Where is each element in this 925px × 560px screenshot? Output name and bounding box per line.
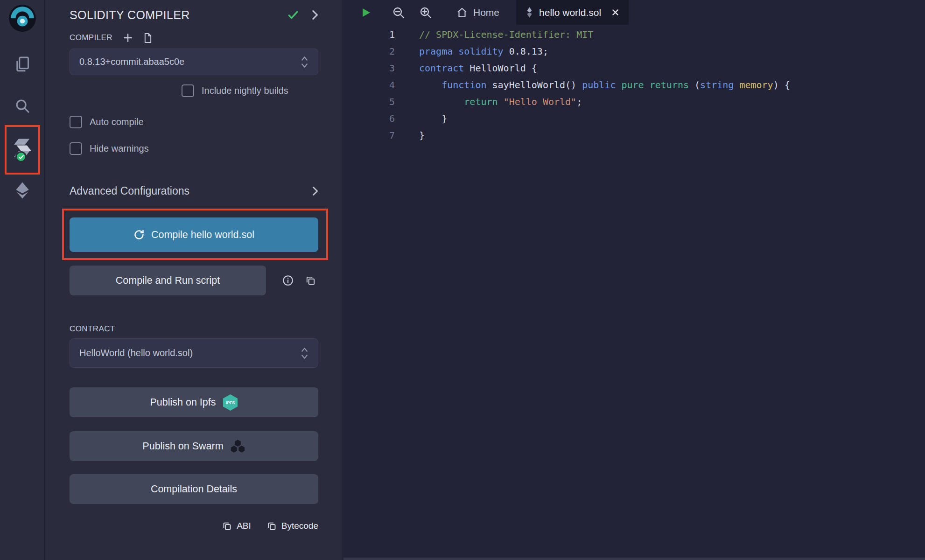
select-caret-icon xyxy=(301,346,308,360)
compiler-section-label: COMPILER xyxy=(70,33,112,42)
solidity-compiler-panel: SOLIDITY COMPILER COMPILER 0.8.13+comm xyxy=(45,0,343,560)
solidity-file-icon xyxy=(526,7,533,18)
editor-tab-strip: Home hello world.sol xyxy=(343,0,925,25)
publish-ipfs-label: Publish on Ipfs xyxy=(150,397,216,408)
code-line[interactable]: 6 } xyxy=(343,110,925,127)
abi-label: ABI xyxy=(237,521,251,531)
line-number: 2 xyxy=(343,43,395,60)
info-icon[interactable] xyxy=(282,274,294,287)
refresh-icon xyxy=(133,229,145,240)
checkbox-label: Include nightly builds xyxy=(202,85,288,96)
code-line-content: } xyxy=(395,127,425,144)
swarm-icon xyxy=(230,439,245,453)
activity-bar xyxy=(0,0,45,560)
compiler-version-value: 0.8.13+commit.abaa5c0e xyxy=(79,56,184,67)
code-line[interactable]: 5 return "Hello World"; xyxy=(343,93,925,110)
publish-swarm-label: Publish on Swarm xyxy=(142,441,223,452)
code-editor[interactable]: 1// SPDX-License-Identifier: MIT2pragma … xyxy=(343,25,925,144)
code-line-content: return "Hello World"; xyxy=(395,93,582,110)
line-number: 4 xyxy=(343,77,395,93)
chevron-right-icon xyxy=(312,186,318,196)
publish-ipfs-button[interactable]: Publish on Ipfs IPFS xyxy=(70,387,318,417)
home-icon xyxy=(456,7,468,18)
hide-warnings-checkbox[interactable]: Hide warnings xyxy=(70,142,318,155)
tab-close-icon[interactable] xyxy=(611,8,619,16)
file-explorer-icon[interactable] xyxy=(0,55,45,74)
compile-ok-check-icon xyxy=(287,9,299,21)
annotation-highlight-compile-button: Compile hello world.sol xyxy=(62,209,328,260)
compiler-version-select[interactable]: 0.8.13+commit.abaa5c0e xyxy=(70,49,318,75)
checkbox-label: Auto compile xyxy=(90,117,144,127)
compilation-details-button[interactable]: Compilation Details xyxy=(70,474,318,504)
code-line[interactable]: 1// SPDX-License-Identifier: MIT xyxy=(343,26,925,43)
copy-icon xyxy=(222,521,232,531)
solidity-compiler-icon-wrap xyxy=(11,136,34,160)
search-icon[interactable] xyxy=(0,97,45,115)
include-nightly-checkbox[interactable]: Include nightly builds xyxy=(182,84,318,97)
code-line[interactable]: 2pragma solidity 0.8.13; xyxy=(343,43,925,60)
copy-bytecode-button[interactable]: Bytecode xyxy=(267,521,318,531)
code-line[interactable]: 4 function sayHelloWorld() public pure r… xyxy=(343,77,925,93)
publish-swarm-button[interactable]: Publish on Swarm xyxy=(70,431,318,461)
tab-home-label: Home xyxy=(473,7,499,18)
bytecode-label: Bytecode xyxy=(281,521,318,531)
auto-compile-checkbox[interactable]: Auto compile xyxy=(70,116,318,128)
copy-icon[interactable] xyxy=(305,275,316,286)
abi-bytecode-row: ABI Bytecode xyxy=(70,521,318,531)
compile-and-run-button[interactable]: Compile and Run script xyxy=(70,266,266,295)
copy-abi-button[interactable]: ABI xyxy=(222,521,251,531)
terminal-resize-handle[interactable] xyxy=(343,558,925,560)
select-caret-icon xyxy=(301,55,308,69)
ipfs-icon: IPFS xyxy=(223,394,238,411)
code-line[interactable]: 3contract HelloWorld { xyxy=(343,60,925,77)
line-number: 1 xyxy=(343,26,395,43)
compiler-license-icon[interactable] xyxy=(143,33,152,43)
remix-logo-icon[interactable] xyxy=(0,4,45,33)
contract-select-value: HelloWorld (hello world.sol) xyxy=(79,348,193,358)
code-line-content: // SPDX-License-Identifier: MIT xyxy=(395,26,593,43)
zoom-out-icon[interactable] xyxy=(392,6,405,19)
line-number: 7 xyxy=(343,127,395,144)
deploy-run-icon[interactable] xyxy=(0,181,45,200)
compilation-details-label: Compilation Details xyxy=(151,483,237,495)
code-line-content: } xyxy=(395,110,447,127)
tab-file-label: hello world.sol xyxy=(539,7,601,18)
panel-title: SOLIDITY COMPILER xyxy=(70,8,287,22)
compiler-section-header: COMPILER xyxy=(70,32,318,44)
line-number: 6 xyxy=(343,110,395,127)
checkbox-box xyxy=(70,116,82,128)
contract-section-label: CONTRACT xyxy=(70,324,318,334)
add-compiler-icon[interactable] xyxy=(123,33,133,43)
panel-header: SOLIDITY COMPILER xyxy=(70,0,318,24)
compile-success-badge xyxy=(15,151,27,162)
svg-text:IPFS: IPFS xyxy=(225,400,235,405)
copy-icon xyxy=(267,521,277,531)
code-line-content: contract HelloWorld { xyxy=(395,60,537,77)
line-number: 3 xyxy=(343,60,395,77)
compile-button-label: Compile hello world.sol xyxy=(151,229,254,241)
editor-area: Home hello world.sol 1// SPDX-License-Id… xyxy=(343,0,925,560)
advanced-configurations-label: Advanced Configurations xyxy=(70,185,189,197)
code-line[interactable]: 7} xyxy=(343,127,925,144)
checkbox-box xyxy=(182,84,194,97)
panel-collapse-chevron-icon[interactable] xyxy=(311,9,318,21)
solidity-compiler-icon[interactable] xyxy=(0,136,45,160)
code-line-content: function sayHelloWorld() public pure ret… xyxy=(395,77,790,93)
checkbox-box xyxy=(70,142,82,155)
code-lines: 1// SPDX-License-Identifier: MIT2pragma … xyxy=(343,26,925,144)
remix-ide-window: SOLIDITY COMPILER COMPILER 0.8.13+comm xyxy=(0,0,925,560)
remix-logo xyxy=(8,4,37,33)
tab-home[interactable]: Home xyxy=(448,0,508,25)
compile-and-run-label: Compile and Run script xyxy=(116,275,220,287)
code-line-content: pragma solidity 0.8.13; xyxy=(395,43,548,60)
line-number: 5 xyxy=(343,93,395,110)
tab-hello-world-sol[interactable]: hello world.sol xyxy=(516,0,629,25)
run-script-play-icon[interactable] xyxy=(360,7,371,19)
compile-button[interactable]: Compile hello world.sol xyxy=(70,217,318,252)
checkbox-label: Hide warnings xyxy=(90,143,149,154)
compile-run-row: Compile and Run script xyxy=(70,266,318,295)
advanced-configurations-toggle[interactable]: Advanced Configurations xyxy=(70,185,318,197)
zoom-in-icon[interactable] xyxy=(419,6,432,19)
contract-select[interactable]: HelloWorld (hello world.sol) xyxy=(70,338,318,368)
